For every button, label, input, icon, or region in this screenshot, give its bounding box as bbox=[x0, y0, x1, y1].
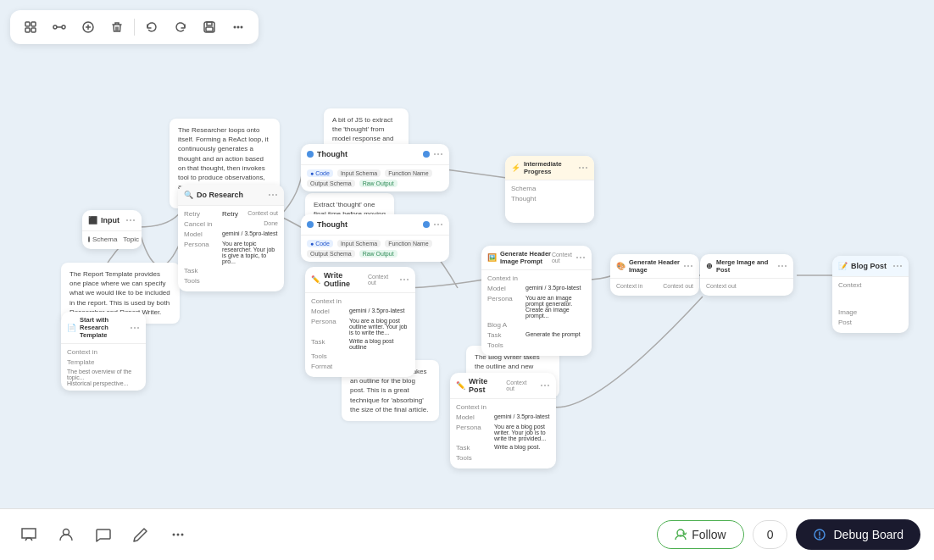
intermediate-progress-header: ⚡ Intermediate Progress ⋯ bbox=[505, 156, 594, 180]
svg-point-15 bbox=[241, 26, 243, 29]
thought1-menu[interactable]: ⋯ bbox=[433, 148, 443, 160]
edit-button[interactable] bbox=[125, 519, 156, 550]
svg-rect-1 bbox=[31, 22, 36, 26]
blog-post-node: 📝 Blog Post ⋯ Context Image Post bbox=[832, 256, 909, 333]
debug-board-button[interactable]: Debug Board bbox=[796, 519, 920, 550]
svg-rect-12 bbox=[206, 27, 213, 31]
svg-rect-11 bbox=[207, 22, 212, 25]
debug-icon bbox=[813, 528, 826, 541]
do-research-menu[interactable]: ⋯ bbox=[268, 189, 278, 201]
write-post-menu[interactable]: ⋯ bbox=[540, 380, 550, 391]
connect-tool[interactable] bbox=[47, 15, 71, 39]
save-button[interactable] bbox=[197, 15, 221, 39]
thought-node-1: Thought ⋯ ● Code Input Schema Function N… bbox=[301, 144, 449, 191]
do-research-header: 🔍 Do Research ⋯ bbox=[178, 185, 284, 206]
chat-button[interactable] bbox=[14, 519, 44, 550]
count-badge: 0 bbox=[753, 520, 788, 549]
intermediate-progress-menu[interactable]: ⋯ bbox=[578, 162, 588, 174]
thought1-right-port bbox=[423, 151, 430, 158]
blog-post-menu[interactable]: ⋯ bbox=[892, 260, 903, 272]
redo-button[interactable] bbox=[169, 15, 192, 39]
thought2-menu[interactable]: ⋯ bbox=[433, 219, 443, 230]
intermediate-progress-node: ⚡ Intermediate Progress ⋯ Schema Thought bbox=[505, 156, 594, 223]
svg-point-17 bbox=[173, 534, 175, 536]
svg-rect-3 bbox=[31, 28, 36, 32]
follow-label: Follow bbox=[692, 528, 726, 541]
start-research-menu[interactable]: ⋯ bbox=[130, 322, 140, 334]
write-outline-header: ✏️ Write Outline Context out ⋯ bbox=[305, 267, 415, 293]
generate-header-prompt-node: 🖼️ Generate Header Image Prompt Context … bbox=[481, 246, 592, 356]
delete-tool[interactable] bbox=[105, 15, 129, 39]
write-outline-menu[interactable]: ⋯ bbox=[399, 274, 409, 286]
merge-image-post-menu[interactable]: ⋯ bbox=[777, 260, 787, 272]
bottom-bar: Follow 0 Debug Board bbox=[0, 508, 934, 560]
svg-rect-2 bbox=[25, 28, 30, 32]
add-tool[interactable] bbox=[76, 15, 100, 39]
write-post-node: ✏️ Write Post Context out ⋯ Context in M… bbox=[450, 373, 556, 469]
write-outline-node: ✏️ Write Outline Context out ⋯ Context i… bbox=[305, 267, 415, 377]
more-options-button[interactable] bbox=[226, 15, 250, 39]
start-research-header: 📄 Start with Research Template ⋯ bbox=[61, 312, 146, 344]
thought2-right-port bbox=[423, 221, 430, 228]
svg-rect-0 bbox=[25, 22, 30, 26]
input-node: ⬛ Input ⋯ Schema Topic bbox=[82, 210, 142, 249]
start-research-node: 📄 Start with Research Template ⋯ Context… bbox=[61, 312, 146, 391]
input-node-header: ⬛ Input ⋯ bbox=[82, 210, 142, 231]
svg-point-4 bbox=[53, 25, 57, 29]
svg-point-19 bbox=[181, 534, 184, 536]
generate-header-image-menu[interactable]: ⋯ bbox=[683, 260, 693, 272]
write-post-header: ✏️ Write Post Context out ⋯ bbox=[450, 373, 556, 399]
bottom-left-icons bbox=[14, 519, 193, 550]
follow-icon bbox=[675, 529, 687, 541]
do-research-node: 🔍 Do Research ⋯ Retry Retry Context out … bbox=[178, 185, 284, 291]
follow-button[interactable]: Follow bbox=[657, 520, 743, 549]
comment-button[interactable] bbox=[88, 519, 119, 550]
thought1-header: Thought ⋯ bbox=[301, 144, 449, 165]
thought-node-2: Thought ⋯ ● Code Input Schema Function N… bbox=[301, 214, 449, 262]
debug-label: Debug Board bbox=[833, 528, 903, 541]
more-bottom-button[interactable] bbox=[163, 519, 193, 550]
blog-post-header: 📝 Blog Post ⋯ bbox=[832, 256, 909, 277]
undo-button[interactable] bbox=[140, 15, 164, 39]
user-button[interactable] bbox=[51, 519, 81, 550]
thought2-header: Thought ⋯ bbox=[301, 214, 449, 236]
input-node-menu[interactable]: ⋯ bbox=[125, 214, 136, 226]
svg-point-5 bbox=[62, 25, 65, 29]
svg-point-18 bbox=[177, 534, 180, 536]
generate-header-image-node: 🎨 Generate Header Image ⋯ Context in Con… bbox=[610, 254, 699, 296]
canvas[interactable]: A bit of JS to extract the 'thought' fro… bbox=[0, 0, 934, 525]
svg-point-14 bbox=[237, 26, 240, 29]
cursor-tool[interactable] bbox=[19, 15, 42, 39]
bottom-right-actions: Follow 0 Debug Board bbox=[657, 519, 920, 550]
merge-image-post-node: ⊕ Merge Image and Post ⋯ Context out bbox=[700, 254, 793, 296]
svg-point-13 bbox=[234, 26, 236, 29]
merge-image-post-header: ⊕ Merge Image and Post ⋯ bbox=[700, 254, 793, 279]
generate-header-image-header: 🎨 Generate Header Image ⋯ bbox=[610, 254, 699, 279]
generate-header-prompt-header: 🖼️ Generate Header Image Prompt Context … bbox=[481, 246, 592, 270]
top-toolbar bbox=[10, 10, 259, 44]
generate-header-prompt-menu[interactable]: ⋯ bbox=[575, 252, 586, 263]
count-value: 0 bbox=[767, 528, 774, 541]
